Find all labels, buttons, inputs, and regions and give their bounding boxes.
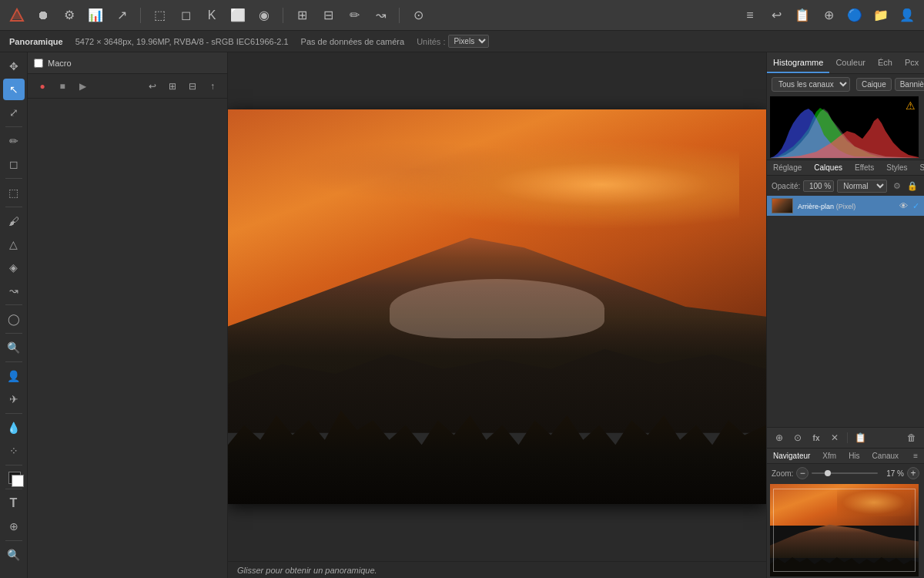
macro-record-btn[interactable]: ● <box>34 78 51 95</box>
layer-lock-btn[interactable]: 🔒 <box>906 179 919 193</box>
tab-pcx[interactable]: Pcx <box>899 52 924 73</box>
tool3[interactable]: K <box>201 5 223 26</box>
banniere-btn[interactable]: Bannière <box>895 78 924 91</box>
tool8[interactable]: ✏ <box>343 5 365 26</box>
macro-export-btn[interactable]: ↑ <box>204 78 221 95</box>
tool-fill[interactable]: △ <box>3 234 25 255</box>
tool-paint[interactable]: 🖌 <box>3 210 25 232</box>
macro-undo-btn[interactable]: ↩ <box>144 78 161 95</box>
tab-navigator[interactable]: Navigateur <box>767 449 816 463</box>
tool4[interactable]: ⬜ <box>227 5 249 26</box>
tab-stock[interactable]: Stock <box>914 160 924 175</box>
histogram-icon[interactable]: 📊 <box>85 5 106 26</box>
share-icon[interactable]: ↗ <box>111 5 132 26</box>
zoom-slider[interactable] <box>812 472 878 474</box>
macro-grid2-btn[interactable]: ⊟ <box>184 78 201 95</box>
tool-eraser[interactable]: ◻ <box>3 153 25 175</box>
layer-delete-btn[interactable]: 🗑 <box>904 430 919 445</box>
units-select[interactable]: Pixels <box>448 35 489 48</box>
macro-checkbox[interactable] <box>34 59 43 68</box>
layer-adj-btn[interactable]: ⊙ <box>790 430 805 445</box>
tab-reglage[interactable]: Réglage <box>767 160 808 175</box>
tool14[interactable]: ⊕ <box>818 5 839 26</box>
layer-copy-btn[interactable]: 📋 <box>852 430 868 445</box>
tool-person[interactable]: 👤 <box>3 365 25 387</box>
settings-icon[interactable]: ⚙ <box>59 5 80 26</box>
opacity-input[interactable] <box>803 180 834 192</box>
tab-xfm[interactable]: Xfm <box>816 449 842 463</box>
tool11[interactable]: ≡ <box>739 5 761 26</box>
macro-play-btn[interactable]: ▶ <box>74 78 91 95</box>
tool-sep-7 <box>5 413 22 414</box>
image-snow <box>390 279 605 338</box>
tool9[interactable]: ↝ <box>370 5 391 26</box>
tool1[interactable]: ⬚ <box>149 5 170 26</box>
zoom-minus-btn[interactable]: − <box>796 467 808 479</box>
tool6[interactable]: ⊞ <box>291 5 313 26</box>
layer-visibility[interactable]: 👁 <box>899 201 908 210</box>
tool-gradient[interactable]: ◈ <box>3 257 25 278</box>
tool7[interactable]: ⊟ <box>317 5 339 26</box>
layer-item-background[interactable]: Arrière-plan (Pixel) 👁 ✓ <box>767 196 924 216</box>
tool2[interactable]: ◻ <box>175 5 196 26</box>
layer-fx-btn[interactable]: fx <box>808 430 824 445</box>
layers-empty-area <box>767 216 924 427</box>
tool15[interactable]: 🔵 <box>844 5 865 26</box>
layer-mask-btn[interactable]: ⊕ <box>772 430 787 445</box>
tab-his[interactable]: His <box>842 449 865 463</box>
tool12[interactable]: ↩ <box>765 5 787 26</box>
tab-ech[interactable]: Éch <box>872 52 899 73</box>
tool-brush[interactable]: ✏ <box>3 130 25 152</box>
tool5[interactable]: ◉ <box>253 5 275 26</box>
tool-drop[interactable]: 💧 <box>3 417 25 439</box>
nav-more[interactable]: ≡ <box>907 449 924 463</box>
tool-smudge[interactable]: ↝ <box>3 280 25 301</box>
channels-select[interactable]: Tous les canaux <box>772 77 850 92</box>
tool16[interactable]: 📁 <box>870 5 892 26</box>
zoom-slider-thumb[interactable] <box>825 470 831 476</box>
canvas-scroll[interactable] <box>228 52 766 561</box>
tab-histogramme[interactable]: Histogramme <box>767 52 829 73</box>
tool-crop[interactable]: ⤢ <box>3 102 25 123</box>
tool17[interactable]: 👤 <box>896 5 918 26</box>
tool-search[interactable]: 🔍 <box>3 544 25 566</box>
tab-calques[interactable]: Calques <box>808 160 849 175</box>
navigator-tabs: Navigateur Xfm His Canaux ≡ <box>767 449 924 464</box>
tab-effets[interactable]: Effets <box>849 160 880 175</box>
affinity-icon[interactable] <box>6 5 28 26</box>
blend-select[interactable]: Normal <box>837 180 887 193</box>
tool-sep-6 <box>5 361 22 362</box>
tool-select[interactable]: ↖ <box>3 79 25 100</box>
undo-icon[interactable]: ⏺ <box>32 5 54 26</box>
layer-settings-btn[interactable]: ⚙ <box>890 179 904 193</box>
tool-vector[interactable]: ✈ <box>3 388 25 410</box>
canvas-container: Glisser pour obtenir un panoramique. <box>228 52 766 578</box>
macro-stop-btn[interactable]: ■ <box>54 78 71 95</box>
tool-text[interactable]: T <box>3 492 25 514</box>
navigator-preview[interactable] <box>770 484 919 576</box>
tool-sep-3 <box>5 207 22 207</box>
tool-sep-5 <box>5 333 22 334</box>
tool-marquee[interactable]: ⬚ <box>3 182 25 203</box>
document-info: 5472 × 3648px, 19.96MP, RVBA/8 - sRGB IE… <box>75 37 289 46</box>
zoom-plus-btn[interactable]: + <box>907 467 919 479</box>
tool-eyedropper[interactable]: ⁘ <box>3 440 25 462</box>
tool-globe[interactable]: ⊕ <box>3 516 25 537</box>
tool-dodge[interactable]: ◯ <box>3 308 25 330</box>
tool-hand[interactable]: ✥ <box>3 55 25 77</box>
layer-snap-btn[interactable]: ✕ <box>827 430 842 445</box>
tab-couleur[interactable]: Couleur <box>829 52 872 73</box>
macro-grid-btn[interactable]: ⊞ <box>164 78 181 95</box>
layer-check[interactable]: ✓ <box>912 201 919 211</box>
tool10[interactable]: ⊙ <box>407 5 429 26</box>
tab-canaux[interactable]: Canaux <box>866 449 905 463</box>
layer-bottom-tools: ⊕ ⊙ fx ✕ 📋 🗑 <box>767 427 924 449</box>
caique-btn[interactable]: Caique <box>856 78 892 91</box>
canvas-image[interactable] <box>228 109 766 504</box>
nav-viewport[interactable] <box>773 489 916 572</box>
tool-color-fg[interactable] <box>5 469 22 486</box>
tool-zoom[interactable]: 🔍 <box>3 337 25 358</box>
tool13[interactable]: 📋 <box>792 5 813 26</box>
tab-styles[interactable]: Styles <box>880 160 913 175</box>
histogram-tabs: Histogramme Couleur Éch Pcx ≡ <box>767 52 924 74</box>
